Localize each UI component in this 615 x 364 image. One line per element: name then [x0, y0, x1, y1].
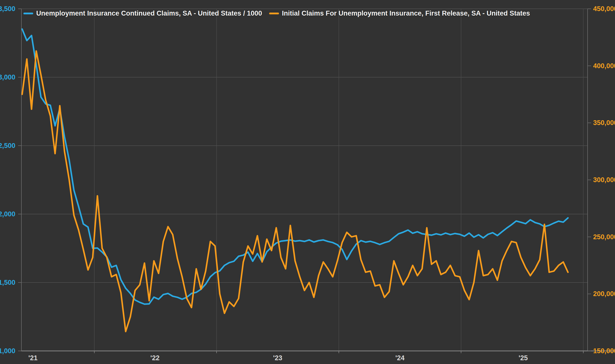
left-axis-tick-label: 1,500 — [0, 279, 15, 286]
right-axis-tick-label: 300,000 — [593, 176, 615, 184]
x-axis-year-label: '24 — [395, 354, 404, 362]
legend-label-initial-claims: Initial Claims For Unemployment Insuranc… — [282, 10, 530, 17]
right-axis-tick-label: 150,000 — [593, 347, 615, 355]
legend-swatch-blue — [23, 13, 33, 14]
x-axis-year-label: '21 — [28, 354, 37, 362]
chart-canvas[interactable]: 3,5003,0002,5002,0001,5001,000450,000400… — [0, 0, 615, 364]
right-axis-tick-label: 350,000 — [593, 119, 615, 127]
left-axis-tick-label: 2,000 — [0, 210, 15, 218]
left-axis-tick-label: 1,000 — [0, 347, 15, 355]
x-axis-year-label: '23 — [273, 354, 282, 362]
legend-label-continued-claims: Unemployment Insurance Continued Claims,… — [36, 10, 262, 17]
x-axis-year-label: '25 — [519, 354, 528, 362]
left-axis-tick-label: 2,500 — [0, 142, 15, 149]
chart-svg: 3,5003,0002,5002,0001,5001,000450,000400… — [0, 0, 615, 364]
right-axis-tick-label: 250,000 — [593, 233, 615, 241]
left-axis-tick-label: 3,000 — [0, 73, 15, 81]
series-line-initial-claims[interactable] — [22, 51, 568, 332]
x-axis-year-label: '22 — [150, 354, 159, 362]
right-axis-tick-label: 400,000 — [593, 62, 615, 70]
right-axis-tick-label: 200,000 — [593, 290, 615, 298]
legend-item-initial-claims[interactable]: Initial Claims For Unemployment Insuranc… — [269, 10, 530, 17]
left-axis-tick-label: 3,500 — [0, 5, 15, 13]
legend-item-continued-claims[interactable]: Unemployment Insurance Continued Claims,… — [23, 10, 262, 17]
legend: Unemployment Insurance Continued Claims,… — [23, 10, 534, 17]
right-axis-tick-label: 450,000 — [593, 5, 615, 13]
legend-swatch-orange — [269, 13, 279, 14]
